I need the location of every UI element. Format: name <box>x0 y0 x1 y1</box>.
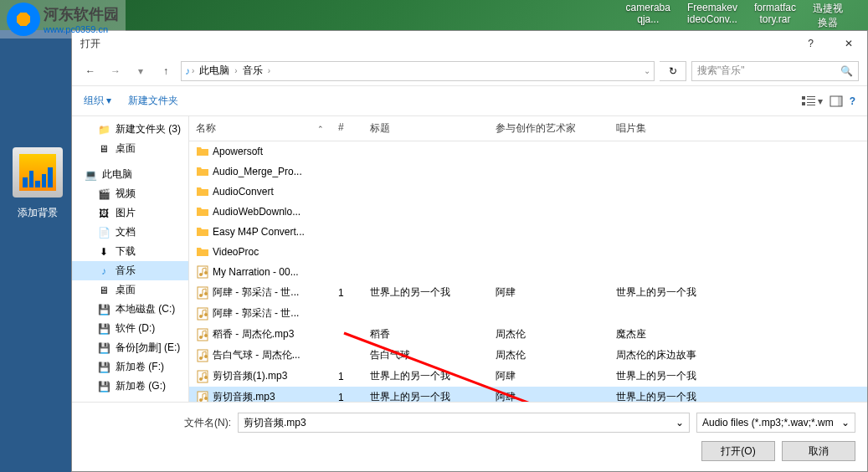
svg-point-25 <box>204 376 208 379</box>
recent-button[interactable]: ▾ <box>131 61 151 81</box>
svg-point-19 <box>204 334 208 337</box>
dialog-toolbar: 组织 ▾ 新建文件夹 ▾ ? <box>72 86 867 116</box>
cancel-button[interactable]: 取消 <box>782 441 855 461</box>
folder-tree[interactable]: 📁新建文件夹 (3)🖥桌面💻此电脑🎬视频🖼图片📄文档⬇下载♪音乐🖥桌面💾本地磁盘… <box>72 116 189 402</box>
chevron-down-icon[interactable]: ⌄ <box>644 66 650 75</box>
file-row[interactable]: Audio_Merge_Pro... <box>189 162 867 182</box>
music-folder-icon: ♪ <box>185 65 190 77</box>
folder-icon <box>196 225 209 239</box>
file-row[interactable]: 阿肆 - 郭采洁 - 世... <box>189 303 867 324</box>
forward-button[interactable]: → <box>105 61 126 81</box>
column-name[interactable]: 名称 ⌃ <box>189 120 331 137</box>
svg-point-16 <box>204 313 208 316</box>
svg-point-28 <box>204 397 208 400</box>
back-button[interactable]: ← <box>80 61 100 81</box>
new-folder-button[interactable]: 新建文件夹 <box>128 94 178 108</box>
channel-thumbnail[interactable] <box>13 147 63 198</box>
svg-point-13 <box>204 292 208 295</box>
svg-rect-7 <box>838 96 842 106</box>
tree-item-文档[interactable]: 📄文档 <box>72 223 188 242</box>
file-row[interactable]: Easy M4P Convert... <box>189 222 867 242</box>
tree-item-新加卷 (G:)[interactable]: 💾新加卷 (G:) <box>72 377 188 396</box>
tree-item-音乐[interactable]: ♪音乐 <box>72 261 188 280</box>
chevron-down-icon[interactable]: ⌄ <box>675 417 684 428</box>
pc-icon: 💻 <box>84 168 97 182</box>
column-track[interactable]: # <box>331 120 363 137</box>
file-row[interactable]: Apowersoft <box>189 141 867 162</box>
watermark-url: www.pc0359.cn <box>44 24 119 34</box>
file-list[interactable]: Apowersoft Audio_Merge_Pro... AudioConve… <box>189 141 867 402</box>
tree-item-下载[interactable]: ⬇下载 <box>72 242 188 261</box>
disk-icon: 💾 <box>97 303 110 316</box>
file-row[interactable]: My Narration - 00... <box>189 262 867 282</box>
tree-item-软件 (D:)[interactable]: 💾软件 (D:) <box>72 319 188 338</box>
close-button[interactable]: ✕ <box>829 31 867 56</box>
video-icon: 🎬 <box>97 187 110 201</box>
download-icon: ⬇ <box>97 245 110 259</box>
dialog-title: 打开 <box>80 37 792 51</box>
dialog-titlebar: 打开 ? ✕ <box>72 31 867 56</box>
mp3-icon <box>196 349 209 362</box>
mp3-icon <box>196 328 209 341</box>
folder-icon <box>196 245 209 259</box>
file-row[interactable]: 剪切音频.mp3 1 世界上的另一个我 阿肆 世界上的另一个我 <box>189 387 867 402</box>
svg-point-22 <box>204 355 208 358</box>
filetype-filter[interactable]: Audio files (*.mp3;*.wav;*.wm ⌄ <box>696 413 855 433</box>
svg-rect-1 <box>807 96 815 97</box>
column-title[interactable]: 标题 <box>363 120 489 137</box>
music-icon: ♪ <box>97 264 110 278</box>
background-app-sidebar: 添加背景 <box>0 30 75 472</box>
desktop-icon: 🖥 <box>97 142 110 156</box>
preview-pane-button[interactable] <box>829 95 843 107</box>
file-row[interactable]: AudioConvert <box>189 182 867 202</box>
tree-item-新建文件夹 (3)[interactable]: 📁新建文件夹 (3) <box>72 120 188 139</box>
tree-item-图片[interactable]: 🖼图片 <box>72 203 188 223</box>
tree-item-此电脑[interactable]: 💻此电脑 <box>72 165 188 184</box>
file-row[interactable]: 稻香 - 周杰伦.mp3 稻香 周杰伦 魔杰座 <box>189 324 867 345</box>
file-row[interactable]: 剪切音频(1).mp3 1 世界上的另一个我 阿肆 世界上的另一个我 <box>189 366 867 387</box>
mp3-icon <box>196 286 209 300</box>
folder-icon <box>196 185 209 198</box>
file-row[interactable]: 告白气球 - 周杰伦... 告白气球 周杰伦 周杰伦的床边故事 <box>189 345 867 366</box>
channel-label: 添加背景 <box>0 206 75 220</box>
svg-rect-3 <box>802 102 805 105</box>
svg-point-27 <box>199 398 203 402</box>
up-button[interactable]: ↑ <box>156 61 176 81</box>
tree-item-本地磁盘 (C:)[interactable]: 💾本地磁盘 (C:) <box>72 300 188 319</box>
svg-rect-2 <box>807 99 815 100</box>
search-input[interactable]: 搜索"音乐" 🔍 <box>691 61 859 81</box>
file-list-header[interactable]: 名称 ⌃ # 标题 参与创作的艺术家 唱片集 <box>189 116 867 141</box>
search-placeholder: 搜索"音乐" <box>697 64 745 78</box>
svg-point-15 <box>199 315 203 318</box>
svg-point-9 <box>199 273 203 276</box>
file-row[interactable]: 阿肆 - 郭采洁 - 世... 1 世界上的另一个我 阿肆 世界上的另一个我 <box>189 282 867 303</box>
column-album[interactable]: 唱片集 <box>609 120 867 137</box>
open-button[interactable]: 打开(O) <box>701 441 775 461</box>
file-row[interactable]: AudioWebDownlo... <box>189 202 867 222</box>
view-menu[interactable]: ▾ <box>801 95 823 107</box>
breadcrumb-bar[interactable]: ♪ › 此电脑 › 音乐 › ⌄ <box>181 61 655 81</box>
chevron-right-icon: › <box>192 66 194 75</box>
tree-item-新加卷 (F:)[interactable]: 💾新加卷 (F:) <box>72 357 188 377</box>
svg-point-24 <box>199 377 203 381</box>
tree-item-桌面[interactable]: 🖥桌面 <box>72 139 188 158</box>
tree-item-视频[interactable]: 🎬视频 <box>72 184 188 203</box>
refresh-button[interactable]: ↻ <box>660 61 686 81</box>
breadcrumb-this-pc[interactable]: 此电脑 <box>196 64 233 78</box>
svg-point-21 <box>199 357 203 360</box>
disk-icon: 💾 <box>97 341 110 355</box>
tree-item-备份[勿删] (E:)[interactable]: 💾备份[勿删] (E:) <box>72 338 188 357</box>
organize-menu[interactable]: 组织 ▾ <box>84 94 111 108</box>
help-button[interactable]: ? <box>850 95 855 107</box>
filename-input[interactable]: 剪切音频.mp3 ⌄ <box>238 413 690 433</box>
breadcrumb-music[interactable]: 音乐 <box>239 64 266 78</box>
svg-point-12 <box>199 294 203 297</box>
help-button[interactable]: ? <box>792 31 829 56</box>
folder-icon <box>196 165 209 178</box>
filename-label: 文件名(N): <box>184 416 231 430</box>
column-artist[interactable]: 参与创作的艺术家 <box>489 120 609 137</box>
svg-rect-0 <box>802 96 805 100</box>
file-row[interactable]: VideoProc <box>189 242 867 262</box>
tree-item-桌面[interactable]: 🖥桌面 <box>72 280 188 300</box>
mp3-icon <box>196 265 209 279</box>
